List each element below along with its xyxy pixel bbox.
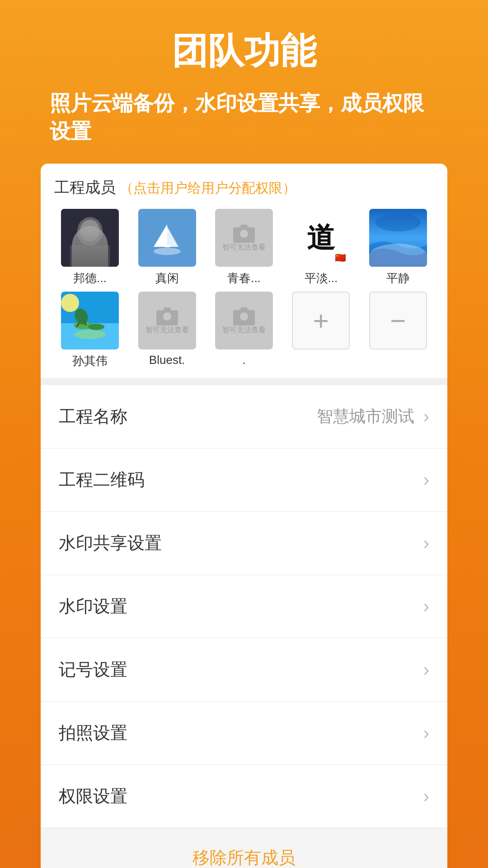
add-member-item[interactable]: +	[285, 292, 357, 369]
member-item[interactable]: 平静	[362, 209, 434, 286]
member-name-7: Bluest.	[149, 353, 185, 367]
menu-item-photo-settings[interactable]: 拍照设置 ›	[41, 702, 447, 765]
member-name-8: .	[242, 353, 245, 367]
bottom-section: 移除所有成员	[41, 828, 447, 868]
menu-item-project-qrcode[interactable]: 工程二维码 ›	[41, 448, 447, 512]
page-title: 团队功能	[0, 27, 488, 76]
menu-item-permission-settings[interactable]: 权限设置 ›	[41, 765, 447, 828]
svg-point-13	[375, 213, 421, 231]
member-name-1: 邦德...	[73, 270, 107, 286]
member-avatar-8: 智可无法查看	[215, 292, 273, 349]
member-avatar-5	[369, 209, 427, 267]
member-name-2: 真闲	[155, 270, 179, 286]
menu-item-watermark-share[interactable]: 水印共享设置 ›	[41, 512, 447, 575]
photo-placeholder-7: 智可无法查看	[138, 292, 196, 349]
member-name-6: 孙其伟	[72, 353, 108, 369]
svg-marker-5	[154, 224, 167, 247]
member-avatar-3: 智可无法查看	[215, 209, 273, 267]
menu-item-mark-settings[interactable]: 记号设置 ›	[41, 638, 447, 702]
photo-placeholder-8: 智可无法查看	[215, 292, 273, 349]
member-item[interactable]: 智可无法查看 Bluest.	[131, 292, 202, 369]
svg-point-10	[240, 230, 248, 238]
svg-marker-6	[167, 226, 178, 247]
member-name-5: 平静	[386, 270, 410, 286]
page-subtitle: 照片云端备份，水印设置共享，成员权限设置	[41, 90, 447, 146]
menu-section: 工程名称 智慧城市测试 › 工程二维码 › 水印共享设置 › 水印设置 ›	[41, 385, 447, 828]
svg-rect-26	[240, 307, 248, 311]
svg-point-19	[61, 294, 79, 312]
members-section: 工程成员 （点击用户给用户分配权限） 邦德...	[41, 164, 447, 378]
svg-point-16	[74, 330, 106, 339]
members-header: 工程成员 （点击用户给用户分配权限）	[54, 177, 434, 198]
member-item[interactable]: 智可无法查看 青春...	[208, 209, 280, 286]
menu-item-watermark-settings[interactable]: 水印设置 ›	[41, 575, 447, 638]
photo-placeholder-3: 智可无法查看	[215, 209, 273, 267]
svg-rect-23	[164, 307, 171, 311]
svg-point-22	[163, 312, 171, 321]
svg-rect-11	[240, 225, 248, 228]
member-avatar-4: 道 🇨🇳	[292, 209, 350, 267]
member-name-3: 青春...	[227, 270, 261, 286]
svg-point-4	[82, 220, 98, 236]
remove-member-item[interactable]: −	[362, 292, 434, 369]
member-item[interactable]: 孙其伟	[54, 292, 126, 369]
svg-point-8	[154, 248, 181, 255]
member-item[interactable]: 道 🇨🇳 平淡...	[285, 209, 357, 286]
svg-rect-7	[164, 245, 170, 247]
remove-all-button[interactable]: 移除所有成员	[192, 846, 296, 868]
main-card: 工程成员 （点击用户给用户分配权限） 邦德...	[41, 164, 447, 868]
section-divider	[41, 378, 447, 385]
member-name-4: 平淡...	[305, 270, 338, 286]
member-item[interactable]: 真闲	[131, 209, 202, 286]
member-avatar-2	[138, 209, 196, 267]
add-member-button[interactable]: +	[292, 292, 350, 349]
svg-point-18	[88, 324, 104, 330]
members-grid: 邦德... 真闲	[54, 209, 434, 369]
svg-rect-3	[70, 245, 110, 267]
member-item[interactable]: 邦德...	[54, 209, 126, 286]
member-item[interactable]: 智可无法查看 .	[208, 292, 280, 369]
member-avatar-6	[61, 292, 119, 349]
chevron-icon: ›	[423, 470, 429, 490]
remove-member-button[interactable]: −	[369, 292, 427, 349]
chevron-icon: ›	[423, 406, 429, 427]
chevron-icon: ›	[423, 533, 429, 553]
member-avatar-1	[61, 209, 119, 267]
chevron-icon: ›	[423, 660, 429, 680]
svg-point-25	[240, 312, 248, 321]
chevron-icon: ›	[423, 786, 429, 807]
menu-item-project-name[interactable]: 工程名称 智慧城市测试 ›	[41, 385, 447, 448]
member-avatar-7: 智可无法查看	[138, 292, 196, 349]
chevron-icon: ›	[423, 596, 429, 617]
chevron-icon: ›	[423, 723, 429, 743]
